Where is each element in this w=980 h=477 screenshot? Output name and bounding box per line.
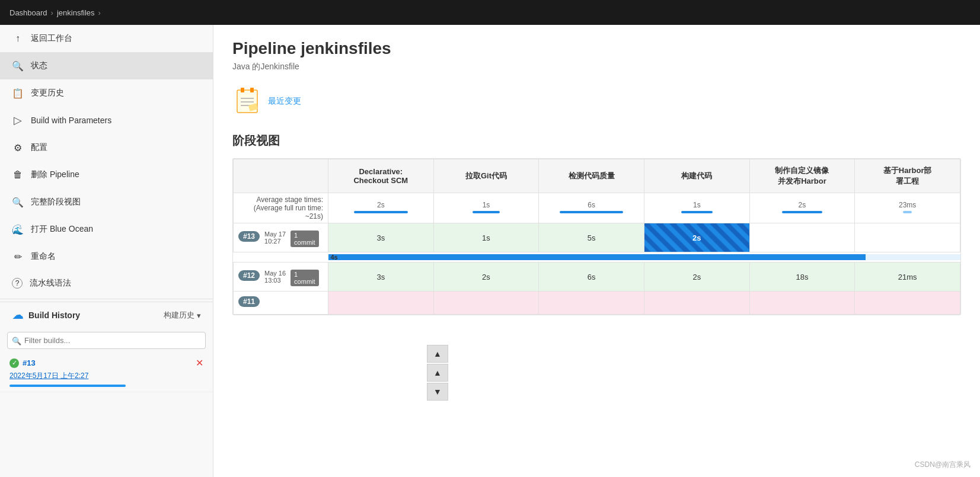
- stage-cell-11-image[interactable]: [749, 292, 855, 315]
- sidebar-item-status[interactable]: 🔍 状态: [0, 52, 213, 79]
- gear-icon: ⚙: [12, 142, 24, 153]
- sidebar-item-config[interactable]: ⚙ 配置: [0, 134, 213, 161]
- build-date-13[interactable]: 2022年5月17日 上午2:27: [9, 371, 203, 381]
- recent-changes-icon: [232, 87, 262, 116]
- stage-header-empty: [234, 159, 328, 193]
- build-row-meta-12: #12 May 1613:03 1commit: [238, 267, 323, 286]
- build-delete-icon[interactable]: ✕: [196, 357, 203, 369]
- table-row-11: #11: [234, 292, 960, 315]
- build-num-13: #13: [23, 358, 36, 367]
- stage-header-quality: 检测代码质量: [539, 159, 644, 193]
- stage-cell-13-git[interactable]: 1s: [433, 223, 539, 252]
- stage-cell-11-build[interactable]: [644, 292, 749, 315]
- scroll-down-btn[interactable]: ▼: [427, 383, 448, 401]
- build-date-stage-13: May 1710:27: [264, 231, 286, 245]
- stage-cell-11-quality[interactable]: [539, 292, 644, 315]
- scroll-up-btn[interactable]: ▲: [427, 345, 448, 363]
- stage-cell-13-declarative[interactable]: 3s: [328, 223, 434, 252]
- stage-cell-12-deploy[interactable]: 21ms: [855, 262, 960, 292]
- chevron-down-icon: ▾: [197, 311, 201, 320]
- sidebar-item-rename[interactable]: ✏ 重命名: [0, 243, 213, 270]
- recent-changes-area: 最近变更: [232, 87, 961, 116]
- sidebar-item-full-stage-view[interactable]: 🔍 完整阶段视图: [0, 188, 213, 216]
- build-badge-13[interactable]: #13: [238, 231, 260, 242]
- sidebar-item-delete-pipeline[interactable]: 🗑 删除 Pipeline: [0, 161, 213, 188]
- stage-cell-13-deploy: [855, 223, 960, 252]
- timeline-bar-container: 4s: [328, 254, 960, 260]
- search-icon: 🔍: [12, 60, 24, 72]
- build-badge-11[interactable]: #11: [238, 296, 260, 307]
- sidebar-divider: [0, 299, 213, 299]
- stage-cell-12-git[interactable]: 2s: [433, 262, 539, 292]
- breadcrumb-dashboard[interactable]: Dashboard: [9, 8, 47, 17]
- pencil-icon: ✏: [12, 251, 24, 262]
- timeline-label-cell: [234, 252, 328, 262]
- timeline-bar-fill: [328, 254, 866, 260]
- avg-time-deploy: 23ms: [899, 201, 916, 209]
- stage-cell-12-quality[interactable]: 6s: [539, 262, 644, 292]
- stage-header-build: 构建代码: [644, 159, 749, 193]
- filter-builds-input[interactable]: [7, 332, 206, 349]
- sidebar-item-label-build: Build with Parameters: [31, 116, 111, 125]
- table-row-13: #13 May 1710:27 1commit 3s 1s 5s 2s: [234, 223, 960, 252]
- layout: ↑ 返回工作台 🔍 状态 📋 变更历史 ▷ Build with Paramet…: [0, 25, 980, 477]
- sidebar-item-pipeline-syntax[interactable]: ? 流水线语法: [0, 270, 213, 296]
- build-status-success-icon: ✓: [9, 358, 19, 368]
- stage-cell-13-build[interactable]: 2s: [644, 223, 749, 252]
- stage-cell-12-declarative[interactable]: 3s: [328, 262, 434, 292]
- sidebar-item-label-fullstage: 完整阶段视图: [31, 197, 81, 207]
- build-history-subtitle: 构建历史: [164, 310, 194, 321]
- recent-changes-link[interactable]: 最近变更: [268, 96, 301, 107]
- stage-view-title: 阶段视图: [232, 133, 961, 149]
- build-entry-actions: ✕: [196, 357, 203, 369]
- avg-col-git: 1s: [433, 193, 539, 223]
- stage-cell-11-deploy[interactable]: [855, 292, 960, 315]
- stage-cell-12-image[interactable]: 18s: [749, 262, 855, 292]
- stage-cell-13-quality[interactable]: 5s: [539, 223, 644, 252]
- stage-cell-11-declarative[interactable]: [328, 292, 434, 315]
- build-entry-13[interactable]: ✓ #13 ✕ 2022年5月17日 上午2:27: [0, 353, 213, 392]
- stage-cell-13-image: [749, 223, 855, 252]
- avg-col-deploy: 23ms: [855, 193, 960, 223]
- svg-rect-1: [241, 88, 244, 92]
- build-badge-12[interactable]: #12: [238, 270, 260, 281]
- sidebar-item-label-status: 状态: [31, 60, 47, 71]
- build-date-stage-12: May 1613:03: [264, 270, 286, 284]
- sidebar-item-label-back: 返回工作台: [31, 33, 72, 44]
- avg-time-declarative: 2s: [377, 201, 385, 209]
- sidebar-item-change-history[interactable]: 📋 变更历史: [0, 79, 213, 107]
- stage-cell-11-git[interactable]: [433, 292, 539, 315]
- build-history-right[interactable]: 构建历史 ▾: [164, 310, 201, 321]
- sidebar-item-blue-ocean[interactable]: 🌊 打开 Blue Ocean: [0, 216, 213, 243]
- table-row-12: #12 May 1613:03 1commit 3s 2s 6s 2s 18s …: [234, 262, 960, 292]
- avg-col-declarative: 2s: [328, 193, 434, 223]
- stage-table: Declarative:Checkout SCM 拉取Git代码 检测代码质量 …: [233, 159, 960, 315]
- build-row-header-11: #11: [234, 292, 328, 315]
- avg-progress-build: [681, 211, 713, 213]
- magnify-icon: 🔍: [12, 196, 24, 208]
- avg-time-quality: 6s: [588, 201, 595, 209]
- sidebar-item-label-rename: 重命名: [31, 251, 56, 262]
- build-entry-13-header: ✓ #13 ✕: [9, 357, 203, 369]
- trash-icon: 🗑: [12, 169, 24, 181]
- sidebar-item-back-workspace[interactable]: ↑ 返回工作台: [0, 25, 213, 52]
- stage-header-image: 制作自定义镜像并发布Harbor: [749, 159, 855, 193]
- breadcrumb-jenkinsfiles[interactable]: jenkinsfiles: [57, 8, 95, 17]
- svg-rect-2: [250, 88, 254, 92]
- build-row-header-12: #12 May 1613:03 1commit: [234, 262, 328, 292]
- filter-search-icon: 🔍: [12, 336, 21, 345]
- play-icon: ▷: [12, 114, 24, 126]
- sidebar-item-label-delete: 删除 Pipeline: [31, 169, 79, 180]
- avg-row: Average stage times: (Average full run t…: [234, 193, 960, 223]
- sidebar-item-build-with-params[interactable]: ▷ Build with Parameters: [0, 107, 213, 134]
- breadcrumb-sep-1: ›: [51, 8, 53, 17]
- stage-cell-12-build[interactable]: 2s: [644, 262, 749, 292]
- scroll-up2-btn[interactable]: ▲: [427, 364, 448, 382]
- build-history-icon: ☁: [12, 309, 24, 321]
- build-row-meta-13: #13 May 1710:27 1commit: [238, 228, 323, 247]
- page-title: Pipeline jenkinsfiles: [232, 39, 961, 58]
- topbar: Dashboard › jenkinsfiles ›: [0, 0, 980, 25]
- up-icon: ↑: [12, 33, 24, 44]
- avg-progress-declarative: [354, 211, 408, 213]
- page-subtitle: Java 的Jenkinsfile: [232, 62, 961, 72]
